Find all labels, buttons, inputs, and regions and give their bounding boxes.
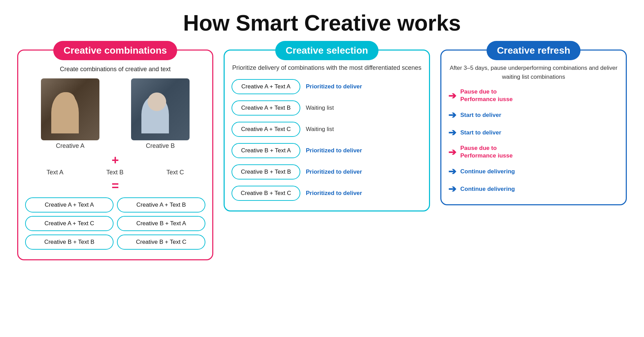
arrow-blue-5: ➔ — [448, 166, 456, 177]
combos-grid: Creative A + Text A Creative A + Text B … — [25, 197, 205, 250]
text-c-label: Text C — [167, 169, 184, 176]
refresh-row-1: ➔ Pause due toPerformance iusse — [448, 88, 619, 103]
sel-status-4: Prioritized to deliver — [306, 147, 422, 154]
panel-combinations: Creative combinations Create combination… — [17, 50, 213, 260]
refresh-action-2: Start to deliver — [460, 111, 501, 119]
panel-refresh-header: Creative refresh — [486, 41, 580, 60]
refresh-subtitle: After 3–5 days, pause underperforming co… — [448, 64, 619, 81]
refresh-action-3: Start to deliver — [460, 129, 501, 137]
refresh-row-3: ➔ Start to deliver — [448, 127, 619, 138]
combo-pill-2: Creative A + Text B — [117, 197, 205, 213]
sel-status-5: Prioritized to deliver — [306, 168, 422, 175]
refresh-action-6: Continue delivering — [460, 185, 515, 193]
combo-pill-5: Creative B + Text B — [25, 235, 114, 250]
refresh-row-4: ➔ Pause due toPerformance iusse — [448, 144, 619, 160]
panel-combinations-body: Create combinations of creative and text… — [25, 66, 205, 250]
creative-a-block: Creative A — [41, 78, 99, 150]
selection-row-4: Creative B + Text A Prioritized to deliv… — [232, 143, 422, 158]
creative-a-label: Creative A — [56, 142, 84, 150]
arrow-blue-3: ➔ — [448, 127, 456, 138]
text-b-label: Text B — [106, 169, 124, 176]
equals-sign: = — [25, 179, 205, 193]
combo-pill-1: Creative A + Text A — [25, 197, 114, 213]
creative-b-image — [131, 78, 190, 140]
combinations-subtitle: Create combinations of creative and text — [25, 66, 205, 73]
creative-a-image — [41, 78, 99, 140]
sel-pill-3: Creative A + Text C — [232, 122, 300, 137]
panel-combinations-header: Creative combinations — [53, 41, 177, 60]
refresh-action-4: Pause due toPerformance iusse — [460, 144, 513, 160]
plus-sign: + — [25, 153, 205, 167]
images-row: Creative A Creative B — [25, 78, 205, 150]
combo-pill-3: Creative A + Text C — [25, 216, 114, 231]
sel-status-6: Prioritized to deliver — [306, 190, 422, 197]
creative-b-label: Creative B — [146, 142, 175, 150]
combo-pill-6: Creative B + Text C — [117, 235, 205, 250]
page-title: How Smart Creative works — [7, 7, 637, 36]
panel-selection: Creative selection Prioritize delivery o… — [224, 50, 430, 211]
refresh-action-5: Continue delivering — [460, 168, 515, 175]
sel-pill-5: Creative B + Text B — [232, 164, 300, 180]
sel-pill-6: Creative B + Text C — [232, 186, 300, 201]
sel-status-1: Prioritized to deliver — [306, 83, 422, 90]
main-layout: Creative combinations Create combination… — [7, 50, 637, 260]
selection-row-6: Creative B + Text C Prioritized to deliv… — [232, 186, 422, 201]
refresh-row-2: ➔ Start to deliver — [448, 109, 619, 121]
selection-row-1: Creative A + Text A Prioritized to deliv… — [232, 79, 422, 94]
selection-subtitle: Prioritize delivery of combinations with… — [232, 64, 422, 72]
refresh-rows: ➔ Pause due toPerformance iusse ➔ Start … — [448, 88, 619, 195]
arrow-red-1: ➔ — [448, 90, 456, 101]
arrow-blue-6: ➔ — [448, 183, 456, 195]
sel-pill-2: Creative A + Text B — [232, 100, 300, 116]
arrow-blue-2: ➔ — [448, 109, 456, 121]
sel-pill-1: Creative A + Text A — [232, 79, 300, 94]
refresh-row-6: ➔ Continue delivering — [448, 183, 619, 195]
refresh-action-1: Pause due toPerformance iusse — [460, 88, 513, 103]
selection-row-5: Creative B + Text B Prioritized to deliv… — [232, 164, 422, 180]
text-labels-row: Text A Text B Text C — [25, 169, 205, 176]
text-a-label: Text A — [46, 169, 63, 176]
combo-pill-4: Creative B + Text A — [117, 216, 205, 231]
selection-row-2: Creative A + Text B Waiting list — [232, 100, 422, 116]
panel-refresh: Creative refresh After 3–5 days, pause u… — [440, 50, 627, 205]
arrow-red-4: ➔ — [448, 146, 456, 158]
selection-row-3: Creative A + Text C Waiting list — [232, 122, 422, 137]
panel-selection-header: Creative selection — [275, 41, 378, 60]
sel-pill-4: Creative B + Text A — [232, 143, 300, 158]
creative-b-block: Creative B — [131, 78, 190, 150]
sel-status-3: Waiting list — [306, 126, 422, 133]
selection-rows: Creative A + Text A Prioritized to deliv… — [232, 79, 422, 201]
sel-status-2: Waiting list — [306, 105, 422, 111]
refresh-row-5: ➔ Continue delivering — [448, 166, 619, 177]
